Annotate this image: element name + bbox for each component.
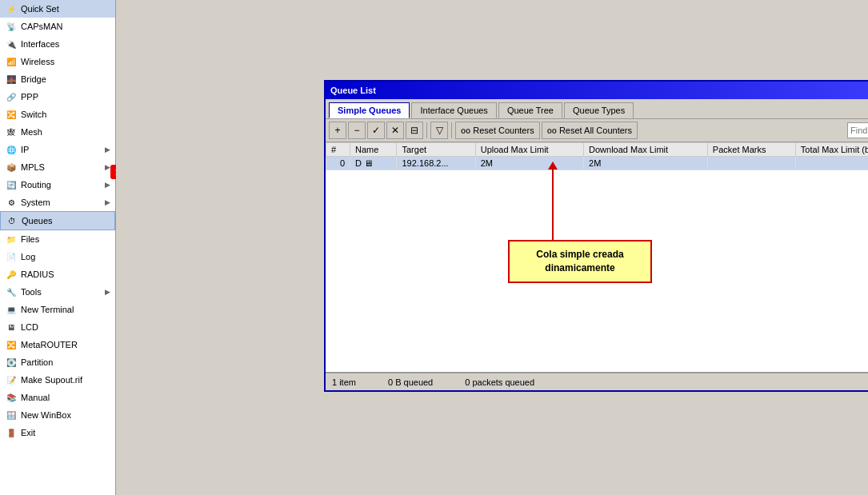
flag-d: D (355, 158, 362, 168)
radius-icon: 🔑 (5, 268, 18, 281)
tab-queue-tree[interactable]: Queue Tree (498, 102, 562, 118)
sidebar-item-mesh[interactable]: 🕸 Mesh (0, 123, 115, 141)
tab-queue-types[interactable]: Queue Types (564, 102, 634, 118)
sidebar-item-quick-set[interactable]: ⚡ Quick Set (0, 0, 115, 18)
cell-download-max: 2M (584, 157, 708, 170)
bridge-icon: 🌉 (5, 73, 18, 86)
cell-total-max (795, 157, 868, 170)
sidebar-label-files: Files (21, 234, 39, 244)
switch-icon: 🔀 (5, 108, 18, 121)
sidebar-item-routing[interactable]: 🔄 Routing ▶ (0, 176, 115, 194)
sidebar-item-interfaces[interactable]: 🔌 Interfaces (0, 35, 115, 53)
sidebar-item-ppp[interactable]: 🔗 PPP (0, 88, 115, 106)
col-header-1: Name (350, 143, 397, 157)
sidebar-label-tools: Tools (21, 287, 42, 297)
sidebar-item-system[interactable]: ⚙ System ▶ (0, 194, 115, 211)
queues-icon: ⏱ (6, 214, 18, 227)
annotation-arrow (552, 168, 554, 240)
lcd-icon: 🖥 (5, 321, 18, 333)
sidebar-label-exit: Exit (21, 428, 35, 437)
sidebar-item-files[interactable]: 📁 Files (0, 230, 115, 248)
filter-button[interactable]: ▽ (430, 122, 448, 139)
sidebar-label-wireless: Wireless (21, 57, 54, 66)
arrow-icon: ▶ (105, 163, 110, 171)
sidebar-item-make-supout[interactable]: 📝 Make Supout.rif (0, 371, 115, 389)
main-area: Queue List 🗖 ✕ Simple QueuesInterface Qu… (116, 0, 868, 495)
sidebar-item-switch[interactable]: 🔀 Switch (0, 106, 115, 123)
sidebar-item-partition[interactable]: 💽 Partition (0, 353, 115, 371)
oo-icon-2: oo (547, 126, 557, 135)
sidebar: ⚡ Quick Set 📡 CAPsMAN 🔌 Interfaces 📶 Wir… (0, 0, 116, 495)
cell-num: 0 (326, 157, 350, 170)
remove-button[interactable]: − (348, 122, 366, 139)
check-button[interactable]: ✓ (367, 122, 385, 139)
reset-all-counters-button[interactable]: oo Reset All Counters (542, 122, 638, 139)
table-body: 0 D 🖥 192.168.2... 2M 2M (326, 157, 869, 170)
table-row[interactable]: 0 D 🖥 192.168.2... 2M 2M (326, 157, 869, 170)
tab-interface-queues[interactable]: Interface Queues (411, 102, 496, 118)
sidebar-item-lcd[interactable]: 🖥 LCD (0, 318, 115, 336)
sidebar-item-queues[interactable]: ⏱ Queues (0, 211, 115, 230)
sidebar-label-quick-set: Quick Set (21, 4, 59, 14)
arrow-icon: ▶ (105, 288, 110, 296)
sidebar-item-log[interactable]: 📄 Log (0, 248, 115, 265)
mesh-icon: 🕸 (5, 126, 18, 138)
mpls-icon: 📦 (5, 161, 18, 174)
sidebar-item-metarouter[interactable]: 🔀 MetaROUTER (0, 336, 115, 353)
queue-table: #NameTargetUpload Max LimitDownload Max … (326, 142, 868, 170)
col-header-6: Total Max Limit (bi... ▼ (795, 143, 868, 157)
find-input[interactable] (847, 122, 868, 138)
system-icon: ⚙ (5, 196, 18, 209)
sidebar-item-bridge[interactable]: 🌉 Bridge (0, 70, 115, 88)
tab-simple-queues[interactable]: Simple Queues (329, 102, 410, 118)
sidebar-label-system: System (21, 198, 50, 207)
arrow-icon: ▶ (105, 198, 110, 206)
interfaces-icon: 🔌 (5, 38, 18, 50)
cell-packet-marks (707, 157, 795, 170)
col-header-4: Download Max Limit (584, 143, 708, 157)
window-titlebar: Queue List 🗖 ✕ (326, 82, 868, 99)
new-terminal-icon: 💻 (5, 303, 18, 316)
sidebar-label-metarouter: MetaROUTER (21, 340, 78, 349)
sidebar-label-log: Log (21, 252, 35, 261)
cross-button[interactable]: ✕ (386, 122, 404, 139)
new-winbox-icon: 🪟 (5, 409, 18, 421)
wireless-icon: 📶 (5, 55, 18, 68)
ip-icon: 🌐 (5, 143, 18, 156)
reset-counters-button[interactable]: oo Reset Counters (455, 122, 540, 139)
routing-icon: 🔄 (5, 178, 18, 191)
annotation-box: Cola simple creadadinamicamente (508, 240, 652, 283)
sidebar-label-partition: Partition (21, 357, 53, 367)
sidebar-item-radius[interactable]: 🔑 RADIUS (0, 265, 115, 283)
quick-set-icon: ⚡ (5, 2, 18, 15)
toolbar-separator-1 (426, 122, 427, 138)
sidebar-item-mpls[interactable]: 📦 MPLS ▶ (0, 158, 115, 176)
toolbar: + − ✓ ✕ ⊟ ▽ oo Reset Counters oo Reset A… (326, 119, 868, 142)
sidebar-item-wireless[interactable]: 📶 Wireless (0, 53, 115, 70)
sidebar-label-switch: Switch (21, 110, 46, 119)
sidebar-label-lcd: LCD (21, 322, 38, 332)
sidebar-label-make-supout: Make Supout.rif (21, 375, 82, 385)
add-button[interactable]: + (329, 122, 346, 139)
reset-counters-label: Reset Counters (473, 126, 534, 135)
item-count: 1 item (332, 377, 356, 387)
exit-icon: 🚪 (5, 426, 18, 439)
copy-button[interactable]: ⊟ (406, 122, 423, 139)
capsman-icon: 📡 (5, 20, 18, 33)
sidebar-item-exit[interactable]: 🚪 Exit (0, 424, 115, 441)
sidebar-item-new-terminal[interactable]: 💻 New Terminal (0, 301, 115, 318)
sidebar-item-manual[interactable]: 📚 Manual (0, 389, 115, 406)
log-icon: 📄 (5, 250, 18, 263)
sidebar-item-capsman[interactable]: 📡 CAPsMAN (0, 18, 115, 35)
sidebar-item-new-winbox[interactable]: 🪟 New WinBox (0, 406, 115, 424)
sidebar-label-ppp: PPP (21, 92, 38, 102)
sidebar-item-tools[interactable]: 🔧 Tools ▶ (0, 283, 115, 301)
sidebar-item-ip[interactable]: 🌐 IP ▶ (0, 141, 115, 158)
cell-target: 192.168.2... (397, 157, 475, 170)
col-header-5: Packet Marks (707, 143, 795, 157)
table-header: #NameTargetUpload Max LimitDownload Max … (326, 143, 869, 157)
col-header-2: Target (397, 143, 475, 157)
header-row: #NameTargetUpload Max LimitDownload Max … (326, 143, 869, 157)
cell-flags: D 🖥 (350, 157, 397, 170)
reset-all-label: Reset All Counters (559, 126, 632, 135)
